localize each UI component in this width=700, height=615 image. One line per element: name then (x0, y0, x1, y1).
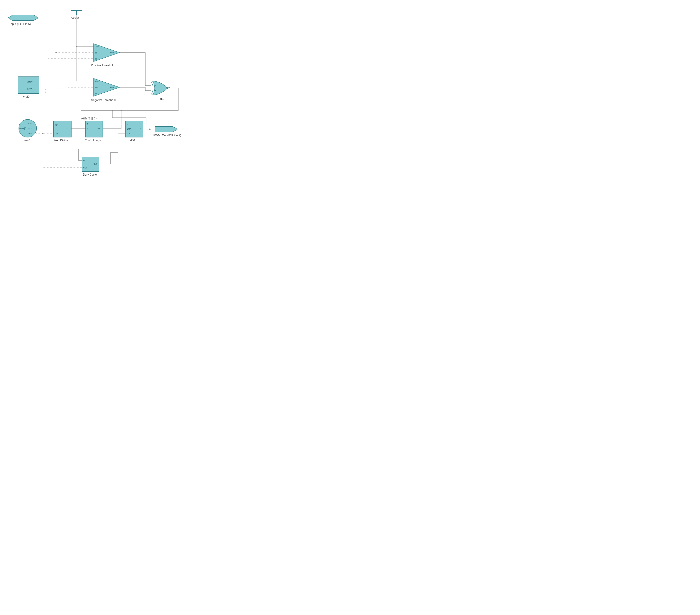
comp2-out: OUT (110, 87, 114, 88)
comp2-inp: IN+ (95, 87, 98, 89)
osc-pdwn: PDWN (19, 128, 25, 130)
duty-out: OUT (93, 163, 97, 165)
comp1-out: OUT (110, 52, 114, 54)
ctrl-expr: A&& (B || C) (81, 117, 97, 120)
ctrl-label: Control Logic (85, 139, 101, 142)
xor-a: A (155, 85, 156, 87)
vcc-t[interactable] (71, 10, 82, 15)
ctrl-c: C (87, 132, 88, 134)
dff-nset: NSET (127, 128, 132, 130)
control-logic-block[interactable]: A B C OUT (86, 121, 103, 137)
block-diagram: Input (IO1 Pin:5) VCC0 500mV 1.00V vref0… (0, 0, 207, 182)
comp1-pup: PUP (95, 46, 99, 48)
input-port[interactable] (8, 15, 38, 21)
ctrl-a: A (87, 123, 88, 125)
svg-marker-17 (155, 127, 177, 132)
freq-divide-block[interactable]: RST CLK OUT (53, 121, 71, 137)
comparator-negative[interactable]: PUP IN+ IN- OUT (93, 78, 120, 96)
comparator-positive[interactable]: PUP IN+ IN- OUT (93, 44, 120, 62)
xor-b: B (155, 90, 156, 92)
dff-clk: CLK (127, 133, 130, 135)
comp2-pup: PUP (95, 80, 99, 82)
ctrl-b: B (87, 128, 88, 130)
duty-in: IN (83, 160, 85, 162)
vref-v1: 500mV (27, 81, 33, 83)
xor-label: lut0 (160, 97, 164, 100)
comp2-inn: IN- (95, 92, 97, 94)
vref-label: vref0 (23, 95, 29, 98)
freq-label: Freq Divide (53, 139, 68, 142)
xor-gate[interactable]: A B OUT (151, 81, 173, 95)
vcc-label: VCC0 (71, 17, 79, 20)
vref-v2: 1.00V (27, 88, 32, 90)
duty-clk: CLK (83, 167, 87, 169)
osc-osc: OSC/1 (27, 132, 32, 134)
output-label: PWM_Out (IO9 Pin:2) (153, 134, 181, 137)
comp1-label: Positive Threshold (91, 64, 114, 67)
xor-out: OUT (166, 87, 170, 89)
osc-out1: OUT1 (28, 128, 33, 130)
freq-rst: RST (55, 124, 58, 126)
freq-clk: CLK (55, 132, 59, 134)
output-port[interactable] (155, 127, 177, 132)
duty-cycle-block[interactable]: IN CLK OUT (82, 157, 99, 171)
dff-block[interactable]: D NSET CLK Q (125, 121, 143, 137)
comp1-inn: IN- (95, 58, 97, 60)
vref-block[interactable]: 500mV 1.00V (18, 77, 39, 93)
comp2-label: Negative Threshold (91, 99, 115, 102)
oscillator[interactable]: OUT0 OUT1 OSC/1 PDWN (19, 119, 37, 137)
svg-rect-9 (18, 77, 39, 93)
dff-label: dff0 (130, 139, 135, 142)
comp1-inp: IN+ (95, 52, 98, 54)
freq-out: OUT (66, 128, 70, 130)
svg-marker-6 (8, 15, 38, 21)
dff-d: D (127, 124, 128, 126)
ctrl-out: OUT (97, 128, 101, 130)
osc-out0: OUT0 (27, 123, 32, 125)
osc-label: osc0 (24, 139, 30, 142)
duty-label: Duty Cycle (83, 173, 97, 176)
input-label: Input (IO1 Pin:5) (10, 23, 31, 25)
dff-q: Q (140, 128, 141, 130)
